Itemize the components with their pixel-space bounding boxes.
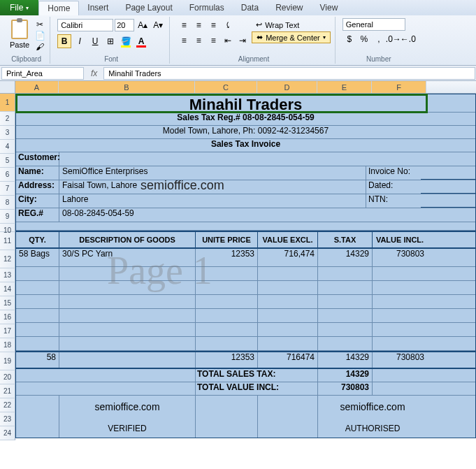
indent-decrease-icon[interactable]: ⇤: [221, 34, 235, 48]
paste-button[interactable]: Paste: [7, 18, 32, 50]
fill-color-button[interactable]: 🪣: [119, 34, 133, 48]
row-header[interactable]: 12: [0, 250, 15, 268]
decrease-font-icon[interactable]: A▾: [151, 18, 165, 32]
align-left-icon[interactable]: ≡: [177, 34, 191, 48]
border-button[interactable]: ⊞: [103, 34, 117, 48]
merge-center-button[interactable]: ⬌Merge & Center▾: [252, 31, 331, 43]
table-row: 58 Bags 30/S PC Yarn 12353 716,474 14329…: [16, 249, 475, 267]
cell-vincl: 730803: [373, 249, 427, 266]
group-clipboard: Paste ✂ 📄 🖌 Clipboard: [3, 17, 50, 64]
tab-view[interactable]: View: [312, 1, 347, 15]
cut-icon[interactable]: ✂: [34, 20, 45, 29]
table-row: [16, 281, 475, 295]
formula-bar: fx: [0, 66, 476, 81]
th-uprice: UNITE PRICE: [196, 232, 258, 247]
signature-row: semioffice.com semioffice.com: [16, 396, 475, 424]
font-size-select[interactable]: [115, 19, 134, 31]
group-number: $ % , .0→ ←.0 Number: [338, 17, 419, 64]
row-header[interactable]: 21: [0, 384, 15, 398]
row-header[interactable]: 23: [0, 412, 15, 426]
worksheet-grid: A B C D E F 1 2 3 4 5 6 7 8 9 10 11 12 1…: [0, 81, 476, 440]
increase-font-icon[interactable]: A▴: [136, 18, 150, 32]
underline-button[interactable]: U: [88, 34, 102, 48]
cell-vexcl: 716,474: [258, 249, 318, 266]
indent-increase-icon[interactable]: ⇥: [236, 34, 250, 48]
currency-icon[interactable]: $: [342, 32, 356, 46]
align-middle-icon[interactable]: ≡: [192, 18, 205, 32]
th-desc: DESCRIPTION OF GOODS: [59, 232, 196, 247]
signature-labels: VERIFIED AUTHORISED: [16, 424, 475, 438]
row-header[interactable]: 17: [0, 324, 15, 338]
row-header[interactable]: 3: [0, 126, 15, 140]
name-box[interactable]: [1, 67, 84, 80]
align-center-icon[interactable]: ≡: [192, 34, 205, 48]
row-header[interactable]: 13: [0, 268, 15, 282]
row-header[interactable]: 22: [0, 398, 15, 412]
select-all-corner[interactable]: [0, 81, 15, 93]
row-header[interactable]: 1: [0, 94, 15, 112]
tab-home[interactable]: Home: [38, 1, 79, 15]
copy-icon[interactable]: 📄: [34, 31, 45, 41]
col-header-b[interactable]: B: [59, 81, 195, 93]
row-header[interactable]: 2: [0, 112, 15, 126]
font-name-select[interactable]: [57, 19, 113, 31]
bold-button[interactable]: B: [57, 34, 71, 48]
ntn-label: NTN:: [366, 194, 421, 208]
totals-row: 58 12353 716474 14329 730803: [16, 351, 475, 369]
col-header-d[interactable]: D: [257, 81, 317, 93]
align-bottom-icon[interactable]: ≡: [206, 18, 220, 32]
tab-review[interactable]: Review: [267, 1, 311, 15]
tab-insert[interactable]: Insert: [79, 1, 117, 15]
row-header[interactable]: 19: [0, 352, 15, 370]
row-header[interactable]: 16: [0, 310, 15, 324]
increase-decimal-icon[interactable]: .0→: [387, 32, 401, 46]
row-header[interactable]: 6: [0, 168, 15, 182]
th-stax: S.TAX: [318, 232, 373, 247]
row-header[interactable]: 7: [0, 182, 15, 196]
orientation-icon[interactable]: ⤹: [221, 18, 235, 32]
row-header[interactable]: 5: [0, 154, 15, 168]
row-header[interactable]: 15: [0, 296, 15, 310]
align-right-icon[interactable]: ≡: [206, 34, 220, 48]
total-vincl-label: TOTAL VALUE INCL:: [196, 382, 318, 395]
tab-pagelayout[interactable]: Page Layout: [117, 1, 180, 15]
align-top-icon[interactable]: ≡: [177, 18, 191, 32]
row-header[interactable]: 11: [0, 232, 15, 250]
invoice-title: Sales Tax Invoice: [16, 139, 475, 152]
total-stax-value: 14329: [318, 369, 373, 382]
row-header[interactable]: 14: [0, 282, 15, 296]
group-label-clipboard: Clipboard: [7, 55, 45, 64]
number-format-select[interactable]: [342, 18, 405, 31]
formula-input[interactable]: [103, 67, 475, 80]
wrap-text-button[interactable]: ↩Wrap Text: [252, 20, 331, 30]
cell-uprice: 12353: [196, 249, 258, 266]
fx-icon[interactable]: fx: [85, 68, 103, 78]
row-header[interactable]: 24: [0, 426, 15, 440]
tab-formulas[interactable]: Formulas: [181, 1, 233, 15]
row-header[interactable]: 4: [0, 140, 15, 154]
col-header-e[interactable]: E: [317, 81, 372, 93]
row-header[interactable]: 18: [0, 338, 15, 352]
col-header-a[interactable]: A: [15, 81, 59, 93]
address-label: Address:: [16, 180, 59, 194]
col-header-f[interactable]: F: [372, 81, 426, 93]
merge-icon: ⬌: [257, 33, 263, 42]
company-title: Minahil Traders: [16, 94, 475, 113]
format-painter-icon[interactable]: 🖌: [34, 42, 45, 52]
ribbon-body: Paste ✂ 📄 🖌 Clipboard A▴ A▾ B I U ⊞ �: [0, 15, 476, 66]
group-alignment: ≡ ≡ ≡ ⤹ ≡ ≡ ≡ ⇤ ⇥ ↩Wrap Text ⬌Merge & Ce…: [173, 17, 336, 64]
tab-data[interactable]: Data: [233, 1, 267, 15]
sheet-content[interactable]: Page 1 semioffice.com Minahil Traders Sa…: [15, 94, 476, 440]
percent-icon[interactable]: %: [357, 32, 371, 46]
row-header[interactable]: 8: [0, 196, 15, 210]
decrease-decimal-icon[interactable]: ←.0: [401, 32, 415, 46]
col-header-c[interactable]: C: [195, 81, 257, 93]
font-color-button[interactable]: A: [134, 34, 148, 48]
comma-icon[interactable]: ,: [372, 32, 386, 46]
row-header[interactable]: 9: [0, 210, 15, 224]
row-header[interactable]: 20: [0, 370, 15, 384]
row-header[interactable]: 10: [0, 224, 15, 232]
file-tab[interactable]: File▾: [0, 0, 38, 15]
italic-button[interactable]: I: [73, 34, 87, 48]
regno-label: REG.#: [16, 208, 59, 222]
